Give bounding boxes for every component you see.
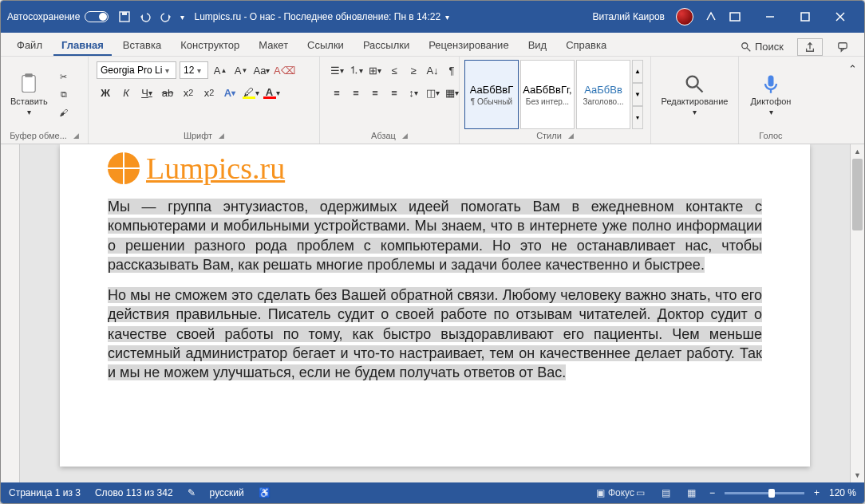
scroll-down-icon[interactable]: ▼	[851, 468, 864, 482]
font-color-icon[interactable]: A▾	[263, 84, 280, 101]
change-case-icon[interactable]: Aa▾	[253, 61, 271, 79]
bullets-icon[interactable]: ☰▾	[328, 61, 346, 79]
subscript-button[interactable]: x2	[180, 84, 197, 101]
svg-point-7	[742, 42, 748, 48]
align-center-icon[interactable]: ≡	[347, 84, 365, 101]
undo-icon[interactable]	[139, 10, 152, 23]
zoom-in-icon[interactable]: +	[814, 487, 820, 498]
autosave-toggle[interactable]: Автосохранение	[7, 11, 109, 22]
strike-button[interactable]: ab	[159, 84, 176, 101]
tab-review[interactable]: Рецензирование	[421, 34, 516, 56]
page-indicator[interactable]: Страница 1 из 3	[9, 487, 81, 498]
paragraph-launcher[interactable]: ◢	[402, 132, 408, 140]
svg-rect-2	[730, 13, 740, 21]
word-count[interactable]: Слово 113 из 342	[95, 487, 173, 498]
zoom-level[interactable]: 120 %	[829, 487, 856, 498]
format-painter-icon[interactable]: 🖌	[56, 105, 72, 120]
clipboard-launcher[interactable]: ◢	[73, 132, 79, 140]
zoom-slider[interactable]	[725, 492, 804, 494]
editing-button[interactable]: Редактирование ▾	[657, 69, 733, 120]
group-clipboard: Вставить ▾ ✂ ⧉ 🖌 Буфер обме...◢	[1, 57, 89, 144]
tab-home[interactable]: Главная	[53, 34, 112, 56]
line-spacing-icon[interactable]: ↕▾	[405, 84, 422, 101]
align-right-icon[interactable]: ≡	[366, 84, 384, 101]
print-layout-icon[interactable]: ▤	[658, 486, 674, 499]
tab-insert[interactable]: Вставка	[115, 34, 169, 56]
styles-down-icon[interactable]: ▼	[632, 83, 643, 106]
tab-layout[interactable]: Макет	[251, 34, 296, 56]
decrease-indent-icon[interactable]: ≤	[385, 61, 403, 79]
coming-soon-icon[interactable]	[705, 10, 717, 23]
qat-more-icon[interactable]: ▾	[180, 13, 184, 22]
paste-button[interactable]: Вставить ▾	[6, 69, 53, 120]
superscript-button[interactable]: x2	[200, 84, 218, 101]
font-name-combo[interactable]: Georgia Pro Li▾	[97, 61, 176, 79]
language-indicator[interactable]: русский	[210, 487, 244, 498]
user-name[interactable]: Виталий Каиров	[592, 11, 665, 22]
show-marks-icon[interactable]: ¶	[443, 61, 460, 79]
document-scroll[interactable]: Lumpics.ru Мы — группа энтузиастов, одер…	[20, 144, 850, 482]
web-layout-icon[interactable]: ▦	[684, 486, 700, 499]
body-text[interactable]: Мы — группа энтузиастов, одержимых идеей…	[108, 197, 762, 383]
multilevel-icon[interactable]: ⊞▾	[366, 61, 384, 79]
justify-icon[interactable]: ≡	[385, 84, 403, 101]
tab-file[interactable]: Файл	[9, 34, 50, 56]
highlight-color-icon[interactable]: 🖊▾	[242, 84, 259, 101]
logo-text: Lumpics.ru	[146, 151, 285, 186]
tab-mailings[interactable]: Рассылки	[355, 34, 417, 56]
save-icon[interactable]	[118, 10, 131, 23]
style-no-spacing[interactable]: АаБбВвГг, Без интер...	[520, 60, 575, 129]
zoom-out-icon[interactable]: −	[709, 487, 715, 498]
bold-button[interactable]: Ж	[97, 84, 114, 101]
cut-icon[interactable]: ✂	[56, 70, 72, 85]
redo-icon[interactable]	[160, 10, 172, 23]
sort-icon[interactable]: A↓	[424, 61, 441, 79]
ribbon-display-icon[interactable]	[729, 10, 741, 23]
tab-references[interactable]: Ссылки	[299, 34, 352, 56]
align-left-icon[interactable]: ≡	[328, 84, 346, 101]
scroll-thumb[interactable]	[852, 159, 863, 230]
focus-mode[interactable]: ▣ Фокус	[607, 486, 623, 499]
style-heading1[interactable]: АаБбВв Заголово...	[576, 60, 630, 129]
group-paragraph: ☰▾ ⒈▾ ⊞▾ ≤ ≥ A↓ ¶ ≡ ≡ ≡ ≡ ↕▾ ◫▾ ▦▾	[320, 57, 460, 144]
shading-icon[interactable]: ◫▾	[424, 84, 441, 101]
font-size-combo[interactable]: 12▾	[180, 61, 208, 79]
styles-up-icon[interactable]: ▲	[632, 60, 643, 83]
dictate-button[interactable]: Диктофон ▾	[746, 69, 796, 120]
styles-launcher[interactable]: ◢	[568, 132, 574, 140]
italic-button[interactable]: К	[117, 84, 135, 101]
tab-view[interactable]: Вид	[520, 34, 555, 56]
vertical-scrollbar[interactable]: ▲ ▼	[850, 144, 864, 482]
minimize-button[interactable]	[752, 1, 788, 33]
search-button[interactable]: Поиск	[733, 37, 791, 56]
toggle-icon	[85, 11, 109, 22]
tab-help[interactable]: Справка	[558, 34, 614, 56]
accessibility-icon[interactable]: ♿	[259, 487, 271, 498]
svg-line-8	[747, 47, 750, 50]
user-avatar[interactable]	[676, 8, 693, 26]
numbering-icon[interactable]: ⒈▾	[347, 61, 365, 79]
scroll-up-icon[interactable]: ▲	[851, 144, 864, 159]
collapse-ribbon-icon[interactable]: ⌃	[843, 60, 861, 77]
tab-design[interactable]: Конструктор	[172, 34, 247, 56]
maximize-button[interactable]	[788, 1, 823, 33]
clear-format-icon[interactable]: A⌫	[274, 61, 295, 79]
underline-button[interactable]: Ч▾	[138, 84, 156, 101]
comments-button[interactable]	[829, 38, 856, 56]
text-effects-icon[interactable]: A▾	[221, 84, 239, 101]
styles-more-icon[interactable]: ▾	[632, 106, 643, 129]
borders-icon[interactable]: ▦▾	[443, 84, 460, 101]
shrink-font-icon[interactable]: A▼	[232, 61, 250, 79]
copy-icon[interactable]: ⧉	[56, 88, 72, 102]
close-button[interactable]	[823, 1, 858, 33]
read-mode-icon[interactable]: ▭	[633, 486, 649, 499]
spellcheck-icon[interactable]: ✎	[188, 487, 196, 498]
increase-indent-icon[interactable]: ≥	[405, 61, 422, 79]
grow-font-icon[interactable]: A▲	[211, 61, 229, 79]
svg-rect-4	[801, 13, 809, 21]
quick-access-toolbar: ▾	[118, 10, 184, 23]
font-launcher[interactable]: ◢	[219, 132, 224, 140]
share-button[interactable]	[797, 38, 823, 56]
selected-text-2: Но мы не сможем это сделать без Вашей об…	[108, 287, 762, 380]
style-normal[interactable]: АаБбВвГ ¶ Обычный	[464, 60, 519, 129]
